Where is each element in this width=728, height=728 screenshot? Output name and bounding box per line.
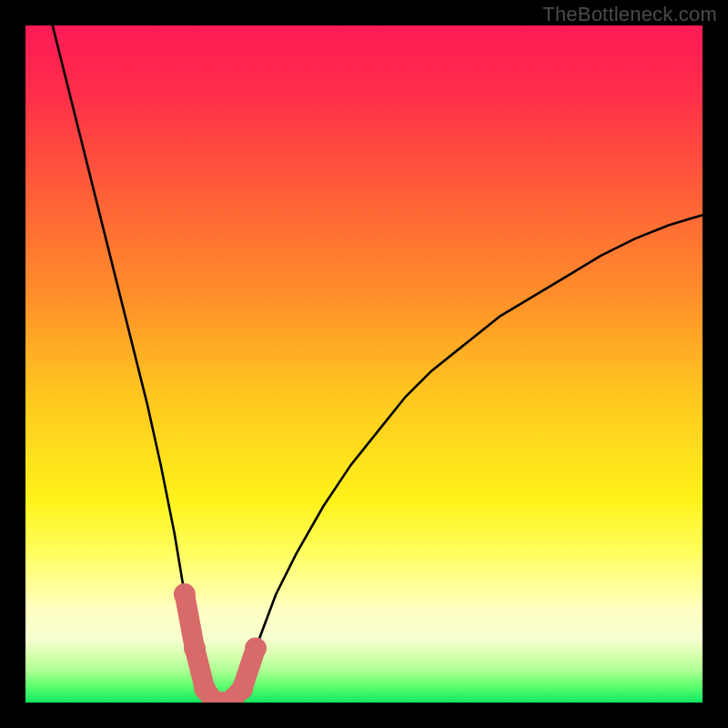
marker-dot [174, 583, 196, 605]
plot-area [25, 25, 703, 703]
marker-dot [245, 638, 267, 660]
chart-frame: TheBottleneck.com [0, 0, 728, 728]
watermark[interactable]: TheBottleneck.com [542, 3, 717, 26]
marker-dot [231, 678, 253, 700]
bottleneck-curve [25, 25, 703, 703]
watermark-link[interactable]: TheBottleneck.com [542, 3, 717, 25]
marker-dot [184, 638, 206, 660]
curve-path [53, 25, 703, 703]
